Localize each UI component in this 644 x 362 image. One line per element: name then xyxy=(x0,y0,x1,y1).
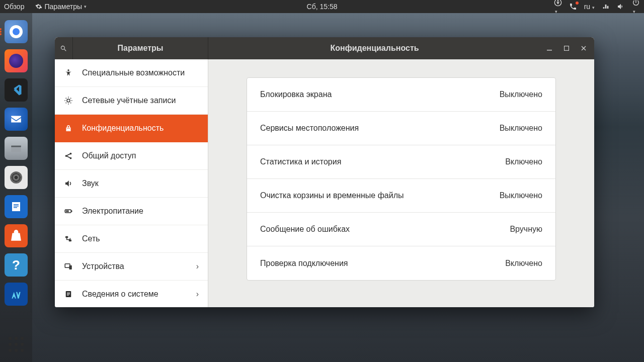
sidebar-item-label: Общий доступ xyxy=(82,151,136,160)
dock-vscode[interactable] xyxy=(5,78,28,102)
row-value: Включено xyxy=(505,157,542,166)
sidebar-item-label: Конфиденциальность xyxy=(82,124,164,133)
svg-rect-9 xyxy=(565,46,569,51)
gear-icon xyxy=(35,3,42,10)
power-icon xyxy=(64,207,73,216)
power-icon xyxy=(632,0,640,7)
row-label: Очистка корзины и временные файлы xyxy=(260,191,404,200)
sidebar-item-power[interactable]: Электропитание xyxy=(55,198,208,225)
svg-rect-24 xyxy=(67,294,70,294)
accessibility-menu[interactable]: ▾ xyxy=(554,0,562,15)
settings-content: Блокировка экранаВыключеноСервисы местоп… xyxy=(208,59,594,307)
sidebar-item-label: Сеть xyxy=(82,234,100,243)
svg-rect-17 xyxy=(66,211,69,212)
privacy-icon xyxy=(64,124,73,133)
privacy-row[interactable]: Сообщение об ошибкахВручную xyxy=(247,213,555,246)
row-value: Включено xyxy=(505,259,542,268)
chevron-right-icon: › xyxy=(196,290,199,299)
chevron-down-icon: ▾ xyxy=(84,4,87,9)
sound-icon xyxy=(64,179,73,188)
sidebar-item-sound[interactable]: Звук xyxy=(55,170,208,198)
dock-thunderbird[interactable] xyxy=(5,108,28,131)
svg-rect-8 xyxy=(547,50,552,51)
row-value: Вручную xyxy=(510,225,542,234)
sidebar-item-accounts[interactable]: Сетевые учётные записи xyxy=(55,87,208,115)
dock-rhythmbox[interactable] xyxy=(5,166,28,189)
row-label: Статистика и история xyxy=(260,157,341,166)
row-label: Проверка подключения xyxy=(260,259,348,268)
dock: ? xyxy=(0,13,32,362)
top-panel: Обзор Параметры ▾ Сб, 15:58 ▾ ru ▾ ▾ xyxy=(0,0,644,13)
network-icon xyxy=(64,234,73,243)
sidebar-item-label: Электропитание xyxy=(82,207,143,216)
window-minimize-button[interactable] xyxy=(541,37,558,59)
accounts-icon xyxy=(64,96,73,105)
privacy-list: Блокировка экранаВыключеноСервисы местоп… xyxy=(247,77,556,281)
svg-rect-16 xyxy=(71,211,72,212)
dock-writer[interactable] xyxy=(5,195,28,218)
chevron-down-icon: ▾ xyxy=(592,5,595,10)
window-titlebar[interactable]: Параметры Конфиденциальность xyxy=(55,37,594,59)
sidebar-item-a11y[interactable]: Специальные возможности xyxy=(55,59,208,87)
privacy-row[interactable]: Проверка подключенияВключено xyxy=(247,246,555,280)
svg-rect-3 xyxy=(11,148,21,152)
sidebar-item-share[interactable]: Общий доступ xyxy=(55,142,208,170)
svg-point-10 xyxy=(67,69,69,71)
svg-rect-7 xyxy=(14,207,17,208)
svg-rect-25 xyxy=(67,295,69,296)
show-applications-button[interactable] xyxy=(9,337,24,352)
sidebar-item-label: Звук xyxy=(82,179,99,188)
chevron-down-icon: ▾ xyxy=(555,9,557,14)
privacy-row[interactable]: Очистка корзины и временные файлыВыключе… xyxy=(247,179,555,213)
dock-files[interactable] xyxy=(5,137,28,160)
sidebar-item-label: Устройства xyxy=(82,262,124,271)
power-menu[interactable]: ▾ xyxy=(632,0,640,15)
panel-clock[interactable]: Сб, 15:58 xyxy=(307,3,338,11)
svg-rect-2 xyxy=(11,146,21,147)
search-button[interactable] xyxy=(55,37,73,59)
sidebar-item-label: Сведения о системе xyxy=(82,290,158,299)
dock-help[interactable]: ? xyxy=(5,253,28,277)
info-icon xyxy=(64,290,73,299)
svg-rect-23 xyxy=(67,293,70,293)
app-menu[interactable]: Параметры ▾ xyxy=(35,3,87,11)
svg-rect-4 xyxy=(12,202,20,211)
close-icon xyxy=(581,46,586,51)
sidebar-item-label: Сетевые учётные записи xyxy=(82,96,176,105)
sidebar-item-devices[interactable]: Устройства› xyxy=(55,253,208,281)
window-maximize-button[interactable] xyxy=(558,37,575,59)
chevron-down-icon: ▾ xyxy=(633,9,635,14)
dock-software[interactable] xyxy=(5,224,28,247)
sidebar-item-network[interactable]: Сеть xyxy=(55,225,208,253)
svg-rect-21 xyxy=(69,265,72,269)
window-close-button[interactable] xyxy=(575,37,592,59)
network-icon[interactable] xyxy=(602,3,610,11)
dock-firefox[interactable] xyxy=(5,49,28,72)
activities-button[interactable]: Обзор xyxy=(4,3,24,11)
chevron-right-icon: › xyxy=(196,262,199,271)
sidebar-item-privacy[interactable]: Конфиденциальность xyxy=(55,115,208,142)
row-label: Блокировка экрана xyxy=(260,90,332,99)
dock-vm[interactable] xyxy=(5,283,28,306)
row-value: Выключено xyxy=(500,124,542,133)
svg-rect-6 xyxy=(14,206,19,207)
row-value: Выключено xyxy=(500,90,542,99)
svg-rect-18 xyxy=(65,236,68,238)
sidebar-item-info[interactable]: Сведения о системе› xyxy=(55,281,208,307)
dock-chrome[interactable] xyxy=(5,20,28,43)
privacy-row[interactable]: Статистика и историяВключено xyxy=(247,145,555,179)
row-value: Выключено xyxy=(500,191,542,200)
volume-icon[interactable] xyxy=(617,3,625,11)
notification-icon[interactable] xyxy=(569,3,577,11)
privacy-row[interactable]: Блокировка экранаВыключено xyxy=(247,78,555,112)
search-icon xyxy=(60,45,67,52)
sidebar-item-label: Специальные возможности xyxy=(82,68,185,77)
settings-window: Параметры Конфиденциальность Специальные… xyxy=(55,37,594,307)
privacy-row[interactable]: Сервисы местоположенияВыключено xyxy=(247,112,555,145)
keyboard-layout-indicator[interactable]: ru ▾ xyxy=(584,3,595,11)
svg-point-11 xyxy=(67,99,70,102)
settings-sidebar: Специальные возможностиСетевые учётные з… xyxy=(55,59,208,307)
row-label: Сервисы местоположения xyxy=(260,124,359,133)
page-title: Конфиденциальность xyxy=(208,44,541,53)
svg-rect-5 xyxy=(14,204,19,205)
